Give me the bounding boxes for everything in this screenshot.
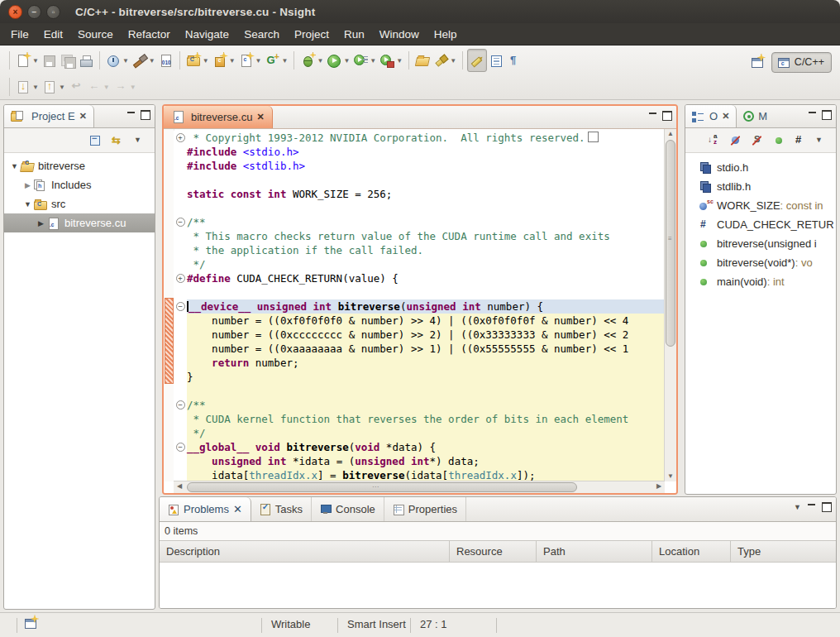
hide-static-members-button[interactable]: S — [751, 134, 765, 147]
run-button[interactable]: ▼ — [325, 50, 351, 71]
close-icon[interactable]: ✕ — [722, 111, 729, 122]
code-line[interactable]: number = ((0xaaaaaaaa & number) >> 1) | … — [174, 342, 665, 356]
problems-table-body[interactable] — [160, 563, 836, 609]
code-line[interactable]: static const int WORK_SIZE = 256; — [174, 187, 665, 201]
tab-console[interactable]: Console — [312, 497, 384, 521]
search-button[interactable]: ▼ — [432, 50, 458, 71]
collapsed-arrow-icon[interactable]: ▶ — [22, 181, 33, 189]
code-line[interactable]: −__device__ unsigned int bitreverse(unsi… — [174, 299, 665, 314]
expand-arrow-icon[interactable]: ▼ — [9, 162, 20, 170]
code-line[interactable]: return number; — [174, 356, 665, 370]
tab-tasks[interactable]: ✓ Tasks — [251, 497, 312, 521]
menu-navigate[interactable]: Navigate — [178, 23, 236, 45]
window-maximize-button[interactable]: ▫ — [46, 5, 60, 19]
fold-marker-icon[interactable]: − — [174, 299, 187, 314]
outline-item-bitreverse-device[interactable]: bitreverse(unsigned i — [685, 234, 836, 253]
scroll-left-icon[interactable]: ◀ — [174, 481, 185, 491]
tree-item-bitreverse-cu[interactable]: ▶ .c bitreverse.cu — [4, 213, 155, 232]
close-icon[interactable]: ✕ — [79, 111, 87, 122]
code-line[interactable]: + * Copyright 1993-2012 NVIDIA Corporati… — [174, 131, 665, 145]
code-line[interactable]: +#define CUDA_CHECK_RETURN(value) { — [174, 271, 665, 285]
last-edit-location-button[interactable]: ↩ — [67, 76, 85, 98]
open-perspective-button[interactable] — [748, 51, 766, 73]
code-line[interactable]: */ — [174, 257, 665, 271]
scroll-down-icon[interactable]: ▼ — [665, 472, 676, 481]
code-line[interactable]: number = ((0xcccccccc & number) >> 2) | … — [174, 328, 665, 342]
code-line[interactable]: idata[threadIdx.x] = bitreverse(idata[th… — [174, 468, 665, 481]
view-menu-button[interactable]: ▼ — [794, 503, 801, 511]
tree-item-bitreverse[interactable]: ▼ C bitreverse — [4, 156, 155, 175]
fold-marker-icon[interactable]: + — [174, 131, 187, 145]
sort-button[interactable]: ↓az — [708, 134, 722, 147]
scroll-right-icon[interactable]: ▶ — [653, 481, 665, 491]
new-c-class-button[interactable]: c▼ — [237, 50, 264, 71]
external-tools-button[interactable]: ▼ — [378, 50, 404, 71]
maximize-icon[interactable] — [822, 110, 832, 120]
column-location[interactable]: Location — [651, 541, 730, 562]
code-line[interactable]: −/** — [174, 398, 665, 412]
menu-file[interactable]: File — [3, 23, 36, 45]
menu-edit[interactable]: Edit — [36, 23, 70, 45]
run-history-button[interactable]: ▼ — [351, 50, 378, 71]
build-button[interactable]: ▼ — [131, 50, 157, 71]
code-line[interactable]: * CUDA kernel function that reverses the… — [174, 412, 665, 426]
vertical-scroll-thumb[interactable] — [666, 140, 675, 347]
view-menu-button[interactable]: ▼ — [815, 136, 829, 149]
show-whitespace-button[interactable]: ¶ — [505, 50, 523, 71]
new-c-project-button[interactable]: C▼ — [184, 50, 211, 71]
menu-project[interactable]: Project — [287, 23, 336, 45]
block-selection-button[interactable] — [487, 50, 505, 71]
outline-item-stdlib[interactable]: stdlib.h — [685, 177, 836, 196]
titlebar[interactable]: × − ▫ C/C++ - bitreverse/src/bitreverse.… — [0, 0, 840, 23]
maximize-icon[interactable] — [141, 110, 150, 120]
expand-arrow-icon[interactable]: ▼ — [22, 200, 33, 208]
close-icon[interactable]: ✕ — [256, 112, 264, 122]
new-wizard-button[interactable]: ▼ — [14, 50, 41, 71]
tab-outline[interactable]: O ✕ — [685, 105, 737, 127]
code-line[interactable]: */ — [174, 426, 665, 440]
previous-annotation-button[interactable]: ↑▼ — [41, 76, 67, 98]
tab-project-explorer[interactable]: Project E ✕ — [4, 105, 94, 127]
code-line[interactable]: −/** — [174, 215, 665, 229]
collapsed-arrow-icon[interactable]: ▶ — [36, 219, 46, 228]
menu-run[interactable]: Run — [336, 23, 372, 45]
code-area[interactable]: + * Copyright 1993-2012 NVIDIA Corporati… — [174, 129, 665, 481]
code-line[interactable] — [174, 285, 665, 299]
window-minimize-button[interactable]: − — [27, 5, 41, 19]
clock-button[interactable]: ▼ — [104, 50, 131, 71]
back-button[interactable]: ←▼ — [85, 76, 112, 98]
menu-refactor[interactable]: Refactor — [121, 23, 178, 45]
column-resource[interactable]: Resource — [449, 541, 536, 562]
horizontal-scrollbar[interactable]: ◀ ⋯ ▶ — [174, 481, 665, 493]
next-annotation-button[interactable]: ↓▼ — [14, 76, 41, 98]
code-line[interactable] — [174, 173, 665, 187]
minimize-icon[interactable] — [127, 112, 135, 116]
code-line[interactable]: } — [174, 370, 665, 384]
tab-bitreverse-cu[interactable]: .c bitreverse.cu ✕ — [164, 106, 273, 128]
menu-source[interactable]: Source — [70, 23, 121, 45]
menu-help[interactable]: Help — [427, 23, 465, 45]
save-button[interactable] — [41, 50, 59, 71]
tab-make-target[interactable]: M — [737, 105, 774, 127]
code-line[interactable]: * the application if the call failed. — [174, 243, 665, 257]
outline-item-work-size[interactable]: scWORK_SIZE : const in — [685, 196, 836, 215]
menu-search[interactable]: Search — [236, 23, 287, 45]
maximize-icon[interactable] — [662, 111, 672, 121]
minimize-icon[interactable] — [808, 504, 815, 508]
hide-non-public-button[interactable] — [772, 134, 786, 147]
hide-fields-button[interactable] — [729, 134, 743, 147]
print-button[interactable] — [77, 50, 95, 71]
highlight-toggle-button[interactable] — [467, 49, 487, 72]
tab-problems[interactable]: Problems ✕ — [160, 497, 251, 521]
hide-macros-button[interactable]: # — [794, 134, 808, 147]
code-line[interactable]: #include <stdio.h> — [174, 145, 665, 159]
code-line[interactable]: #include <stdlib.h> — [174, 159, 665, 173]
fold-marker-icon[interactable]: − — [174, 440, 187, 454]
save-all-button[interactable] — [59, 50, 77, 71]
code-line[interactable] — [174, 384, 665, 398]
outline-item-cuda-check-return[interactable]: #CUDA_CHECK_RETUR — [685, 215, 836, 234]
outline-item-main[interactable]: main(void) : int — [685, 272, 836, 291]
collapse-all-button[interactable]: − — [89, 134, 103, 147]
menu-window[interactable]: Window — [372, 23, 427, 45]
horizontal-scroll-thumb[interactable] — [187, 482, 577, 492]
